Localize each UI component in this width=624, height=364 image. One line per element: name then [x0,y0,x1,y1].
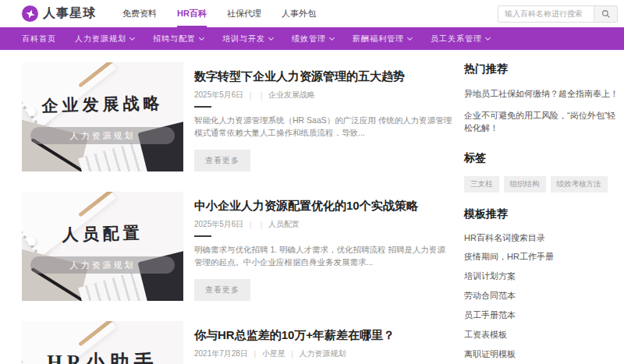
article-meta: 2021年7月28日 ｜ 小星星 ｜ 人力资源规划 [194,348,452,359]
site-header: 人事星球 免费资料 HR百科 社保代理 人事外包 [0,0,624,27]
article-card: 企业发展战略 人力资源规划 数字转型下企业人力资源管理的五大趋势 2025年5月… [22,62,452,171]
article-excerpt: 明确需求与优化招聘 1. 明确人才需求，优化招聘流程 招聘是人力资源管理的起点。… [194,243,452,270]
article-title[interactable]: 你与HR总监差的10万+年薪差在哪里？ [194,327,452,343]
search-box [498,5,618,23]
divider [194,106,211,108]
template-item[interactable]: 离职证明模板 [464,348,619,361]
top-nav: 免费资料 HR百科 社保代理 人事外包 [122,0,316,27]
article-category[interactable]: 人员配置 [268,219,300,230]
cnav-employee-relations[interactable]: 员工关系管理 [431,34,490,44]
cnav-hr-planning[interactable]: 人力资源规划 [75,34,134,44]
template-item[interactable]: 培训计划方案 [464,270,619,283]
article-title[interactable]: 数字转型下企业人力资源管理的五大趋势 [194,69,452,84]
templates-title: 模板推荐 [464,207,619,221]
article-excerpt: 智能化人力资源管理系统（HR SaaS）的广泛应用 传统的人力资源管理模式通常依… [194,114,452,140]
article-card: HR小助手 你与HR总监差的10万+年薪差在哪里？ 2021年7月28日 ｜ 小… [22,321,452,364]
chevron-down-icon [268,34,274,40]
article-category[interactable]: 企业发展战略 [268,90,315,101]
chevron-down-icon [485,34,491,40]
brand-name: 人事星球 [43,5,96,22]
article-date: 2025年5月6日 [194,90,243,101]
top-nav-hr-wiki[interactable]: HR百科 [177,0,207,27]
chevron-down-icon [129,34,135,40]
article-thumbnail[interactable]: 人员配置 人力资源规划 [22,192,183,301]
article-thumbnail[interactable]: 企业发展战略 人力资源规划 [22,62,183,171]
thumbnail-badge: 人力资源规划 [30,127,175,144]
article-body: 你与HR总监差的10万+年薪差在哪里？ 2021年7月28日 ｜ 小星星 ｜ 人… [194,321,452,364]
article-date: 2025年5月6日 [194,219,243,230]
template-recommendations: 模板推荐 HR百科名词搜索目录 疫情期间，HR工作手册 培训计划方案 劳动合同范… [464,207,619,362]
article-category[interactable]: 人力资源规划 [300,348,346,359]
article-body: 中小企业人力资源配置优化的10个实战策略 2025年5月6日 ｜ ｜ 人员配置 … [194,192,452,301]
article-meta: 2025年5月6日 ｜ ｜ 人员配置 [194,219,452,230]
thumbnail-caption: 人员配置 [22,221,183,246]
cnav-compensation[interactable]: 薪酬福利管理 [353,34,412,44]
thumbnail-caption: HR小助手 [22,349,183,364]
top-nav-hr-outsourcing[interactable]: 人事外包 [282,0,316,27]
thumbnail-caption: 企业发展战略 [22,91,183,117]
search-input[interactable] [498,6,594,22]
cnav-performance[interactable]: 绩效管理 [292,34,334,44]
hot-title: 热门推荐 [464,62,619,76]
content: 企业发展战略 人力资源规划 数字转型下企业人力资源管理的五大趋势 2025年5月… [0,50,624,364]
hot-recommendations: 热门推荐 异地员工社保如何缴纳？超全指南奉上！ 企业不可避免的用工风险，“岗位外… [464,62,619,135]
article-date: 2021年7月28日 [194,348,248,359]
chevron-down-icon [329,34,335,40]
article-card: 人员配置 人力资源规划 中小企业人力资源配置优化的10个实战策略 2025年5月… [22,192,452,301]
read-more-button[interactable]: 查看更多 [194,150,250,171]
top-nav-social-insurance[interactable]: 社保代理 [227,0,261,27]
tags-title: 标签 [464,151,619,165]
cnav-wiki-home[interactable]: 百科首页 [22,34,56,44]
article-meta: 2025年5月6日 ｜ ｜ 企业发展战略 [194,90,452,101]
article-title[interactable]: 中小企业人力资源配置优化的10个实战策略 [194,198,452,214]
template-item[interactable]: 工资表模板 [464,329,619,341]
tag-list: 三支柱 组织结构 绩效考核方法 [464,176,619,193]
article-body: 数字转型下企业人力资源管理的五大趋势 2025年5月6日 ｜ ｜ 企业发展战略 … [194,62,452,171]
template-item[interactable]: 员工手册范本 [464,309,619,322]
tag[interactable]: 三支柱 [464,176,499,193]
chevron-down-icon [199,34,204,40]
tag[interactable]: 组织结构 [504,176,546,193]
top-nav-free-resources[interactable]: 免费资料 [122,0,157,27]
tag[interactable]: 绩效考核方法 [551,176,608,193]
page: 人事星球 免费资料 HR百科 社保代理 人事外包 百科首页 人力资源规划 招聘与… [0,0,624,364]
sidebar: 热门推荐 异地员工社保如何缴纳？超全指南奉上！ 企业不可避免的用工风险，“岗位外… [464,62,619,364]
article-list: 企业发展战略 人力资源规划 数字转型下企业人力资源管理的五大趋势 2025年5月… [22,62,452,364]
search-button[interactable] [594,6,617,22]
hot-item[interactable]: 异地员工社保如何缴纳？超全指南奉上！ [464,87,619,101]
thumbnail-badge: 人力资源规划 [30,256,175,274]
article-author[interactable]: 小星星 [262,348,285,359]
template-item[interactable]: 疫情期间，HR工作手册 [464,251,619,263]
brand-star-icon [22,5,38,22]
template-item[interactable]: 劳动合同范本 [464,290,619,302]
brand-logo[interactable]: 人事星球 [22,5,96,22]
article-thumbnail[interactable]: HR小助手 [22,321,183,364]
read-more-button[interactable]: 查看更多 [194,279,250,301]
divider [194,235,211,237]
cnav-training[interactable]: 培训与开发 [222,34,273,44]
category-nav: 百科首页 人力资源规划 招聘与配置 培训与开发 绩效管理 薪酬福利管理 员工关系… [0,27,624,50]
hot-item[interactable]: 企业不可避免的用工风险，“岗位外包”轻松化解！ [464,109,619,135]
chevron-down-icon [407,34,413,40]
cnav-recruiting[interactable]: 招聘与配置 [153,34,204,44]
tags-section: 标签 三支柱 组织结构 绩效考核方法 [464,151,619,193]
template-item[interactable]: HR百科名词搜索目录 [464,232,619,245]
search-icon [601,9,611,19]
